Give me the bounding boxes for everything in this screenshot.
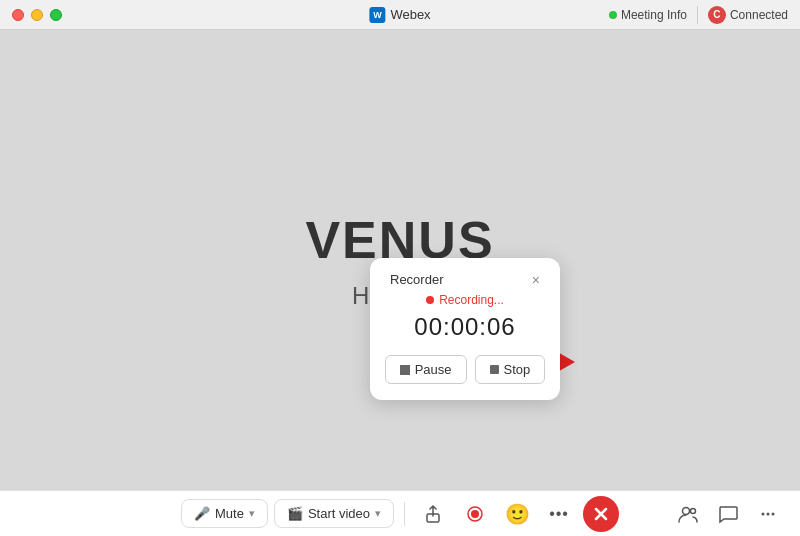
mute-chevron-icon: ▾: [249, 507, 255, 520]
end-call-icon: [593, 506, 609, 522]
pause-label: Pause: [415, 362, 452, 377]
mute-button[interactable]: 🎤 Mute ▾: [181, 499, 268, 528]
main-content: VENUS Host, me Recorder × Recording... 0…: [0, 30, 800, 490]
video-icon: 🎬: [287, 506, 303, 521]
app-title-area: W Webex: [369, 7, 430, 23]
traffic-lights: [12, 9, 62, 21]
end-call-button[interactable]: [583, 496, 619, 532]
pause-button[interactable]: Pause: [385, 355, 467, 384]
fullscreen-button[interactable]: [50, 9, 62, 21]
close-button[interactable]: [12, 9, 24, 21]
minimize-button[interactable]: [31, 9, 43, 21]
user-avatar: C: [708, 6, 726, 24]
toolbar-right: [672, 498, 784, 530]
svg-point-8: [767, 512, 770, 515]
toolbar-divider: [404, 502, 405, 526]
participants-button[interactable]: [672, 498, 704, 530]
toolbar: 🎤 Mute ▾ 🎬 Start video ▾ 🙂 •••: [0, 490, 800, 536]
apps-icon: [757, 503, 779, 525]
titlebar-right: Meeting Info C Connected: [609, 6, 788, 24]
stop-label: Stop: [504, 362, 531, 377]
svg-point-10: [772, 512, 775, 515]
start-video-button[interactable]: 🎬 Start video ▾: [274, 499, 394, 528]
recorder-title: Recorder: [390, 272, 443, 287]
svg-point-3: [471, 510, 479, 518]
pause-icon: [400, 365, 410, 375]
mute-label: Mute: [215, 506, 244, 521]
svg-point-7: [691, 508, 696, 513]
record-button[interactable]: [457, 496, 493, 532]
recording-status: Recording...: [390, 293, 540, 307]
stop-button[interactable]: Stop: [475, 355, 546, 384]
recording-timer: 00:00:06: [390, 313, 540, 341]
recorder-buttons: Pause Stop: [390, 355, 540, 384]
participants-icon: [677, 503, 699, 525]
record-icon: [465, 504, 485, 524]
emoji-icon: 🙂: [505, 502, 530, 526]
titlebar: W Webex Meeting Info C Connected: [0, 0, 800, 30]
emoji-button[interactable]: 🙂: [499, 496, 535, 532]
webex-logo-icon: W: [369, 7, 385, 23]
svg-point-9: [762, 512, 765, 515]
svg-point-6: [683, 507, 690, 514]
share-icon: [423, 504, 443, 524]
stop-icon: [490, 365, 499, 374]
video-chevron-icon: ▾: [375, 507, 381, 520]
more-options-button[interactable]: •••: [541, 496, 577, 532]
recorder-header: Recorder ×: [390, 272, 540, 287]
mic-icon: 🎤: [194, 506, 210, 521]
chat-icon: [717, 503, 739, 525]
recording-status-text: Recording...: [439, 293, 504, 307]
recorder-close-button[interactable]: ×: [532, 273, 540, 287]
app-title: Webex: [390, 7, 430, 22]
recorder-popup: Recorder × Recording... 00:00:06 Pause S…: [370, 258, 560, 400]
start-video-label: Start video: [308, 506, 370, 521]
recording-dot-icon: [426, 296, 434, 304]
chat-button[interactable]: [712, 498, 744, 530]
connected-label: Connected: [730, 8, 788, 22]
meeting-info-button[interactable]: Meeting Info: [609, 8, 687, 22]
connected-status: C Connected: [697, 6, 788, 24]
meeting-info-label: Meeting Info: [621, 8, 687, 22]
apps-button[interactable]: [752, 498, 784, 530]
meeting-info-status-icon: [609, 11, 617, 19]
more-options-icon: •••: [549, 505, 569, 523]
share-button[interactable]: [415, 496, 451, 532]
